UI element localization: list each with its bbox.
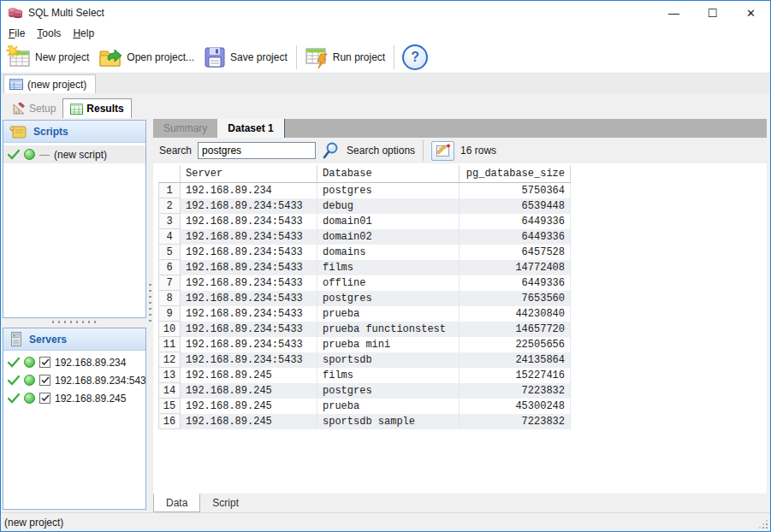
close-icon[interactable]: ✕ — [732, 1, 770, 25]
table-row[interactable]: 13 192.168.89.245 films 15227416 — [158, 368, 571, 383]
search-icon[interactable] — [322, 141, 341, 160]
cell-database: debug — [317, 198, 460, 214]
script-item-dash: — — [39, 149, 50, 161]
column-header-database[interactable]: Database — [317, 165, 460, 182]
scripts-list: — (new script) — [3, 143, 145, 317]
servers-panel-title: Servers — [29, 334, 67, 346]
table-row[interactable]: 1 192.168.89.234 postgres 5750364 — [158, 183, 571, 198]
table-row[interactable]: 15 192.168.89.245 prueba 45300248 — [158, 399, 571, 414]
cell-server: 192.168.89.234:5433 — [181, 322, 317, 337]
run-project-icon — [304, 45, 329, 69]
check-ok-icon — [8, 150, 20, 160]
table-row[interactable]: 16 192.168.89.245 sportsdb sample 722383… — [158, 414, 571, 429]
table-row[interactable]: 12 192.168.89.234:5433 sportsdb 24135864 — [158, 352, 571, 368]
dataset-area: Summary Dataset 1 Search Search options — [153, 119, 767, 512]
table-row[interactable]: 14 192.168.89.245 postgres 7223832 — [158, 383, 571, 399]
menu-bar: File Tools Help — [1, 25, 770, 41]
splitter-dots — [52, 321, 97, 323]
results-table-icon — [70, 103, 83, 115]
cell-server: 192.168.89.245 — [181, 383, 317, 399]
cell-database: prueba mini — [317, 337, 460, 352]
toolbar: New project Open project... — [1, 41, 770, 74]
row-number-cell: 12 — [158, 352, 181, 368]
table-row[interactable]: 8 192.168.89.234:5433 postgres 7653560 — [158, 291, 571, 306]
scripts-panel: Scripts — (new script) — [3, 120, 146, 318]
menu-help[interactable]: Help — [67, 27, 100, 40]
table-row[interactable]: 5 192.168.89.234:5433 domains 6457528 — [158, 245, 571, 260]
server-checkbox[interactable] — [39, 357, 50, 368]
cell-server: 192.168.89.234:5433 — [181, 291, 317, 306]
menu-tools[interactable]: Tools — [31, 27, 67, 40]
new-project-button[interactable]: New project — [3, 43, 94, 72]
cell-size: 22505656 — [460, 337, 571, 352]
cell-database: prueba — [317, 306, 460, 322]
edit-dataset-button[interactable] — [431, 141, 454, 161]
server-item-label: 192.168.89.234:5433 — [55, 375, 145, 387]
setup-results-tabs: Setup Results — [6, 98, 146, 118]
table-row[interactable]: 4 192.168.89.234:5433 domain02 6449336 — [158, 229, 571, 245]
column-header-size[interactable]: pg_database_size — [460, 165, 571, 182]
servers-list: 192.168.89.234 192.168.89.234:5433 — [3, 351, 145, 509]
project-tab[interactable]: (new project) — [3, 74, 96, 93]
run-project-button[interactable]: Run project — [300, 43, 390, 72]
table-row[interactable]: 9 192.168.89.234:5433 prueba 44230840 — [158, 306, 571, 322]
maximize-icon[interactable]: ☐ — [693, 1, 732, 25]
cell-database: sportsdb sample — [317, 414, 460, 429]
status-bar: (new project) — [1, 512, 770, 531]
cell-server: 192.168.89.234:5433 — [181, 306, 317, 322]
cell-server: 192.168.89.234:5433 — [181, 198, 317, 214]
table-row[interactable]: 3 192.168.89.234:5433 domain01 6449336 — [158, 214, 571, 229]
left-column: Setup Results — [1, 93, 146, 512]
search-toolbar: Search Search options — [153, 138, 767, 163]
cell-database: domains — [317, 245, 460, 260]
vertical-splitter[interactable] — [146, 93, 153, 512]
row-number-cell: 13 — [158, 368, 181, 383]
row-number-cell: 11 — [158, 337, 181, 352]
server-checkbox[interactable] — [39, 393, 50, 404]
table-row[interactable]: 11 192.168.89.234:5433 prueba mini 22505… — [158, 337, 571, 352]
tab-summary[interactable]: Summary — [153, 119, 217, 138]
tab-results[interactable]: Results — [62, 98, 131, 118]
tab-dataset1[interactable]: Dataset 1 — [217, 119, 284, 138]
table-row[interactable]: 2 192.168.89.234:5433 debug 6539448 — [158, 198, 571, 214]
script-item-label: (new script) — [54, 149, 107, 161]
check-ok-icon — [8, 375, 20, 386]
cell-server: 192.168.89.234:5433 — [181, 245, 317, 260]
tab-data[interactable]: Data — [153, 494, 200, 512]
table-row[interactable]: 7 192.168.89.234:5433 offline 6449336 — [158, 275, 571, 291]
cell-size: 15227416 — [460, 368, 571, 383]
server-checkbox[interactable] — [39, 375, 50, 386]
server-list-item[interactable]: 192.168.89.234:5433 — [3, 371, 145, 389]
minimize-icon[interactable]: — — [655, 1, 693, 25]
save-project-button[interactable]: Save project — [199, 43, 293, 72]
table-row[interactable]: 6 192.168.89.234:5433 films 14772408 — [158, 260, 571, 275]
server-list-item[interactable]: 192.168.89.245 — [3, 389, 145, 407]
cell-size: 7223832 — [460, 383, 571, 399]
search-input[interactable] — [198, 142, 316, 159]
help-icon[interactable]: ? — [402, 44, 428, 70]
cell-server: 192.168.89.234:5433 — [181, 352, 317, 368]
app-window: SQL Multi Select — ☐ ✕ File Tools Help — [0, 0, 771, 532]
check-ok-icon — [8, 358, 20, 368]
search-options-label[interactable]: Search options — [347, 145, 415, 157]
server-item-label: 192.168.89.245 — [55, 393, 126, 405]
row-number-cell: 10 — [158, 322, 181, 337]
server-list-item[interactable]: 192.168.89.234 — [3, 353, 145, 371]
open-project-button[interactable]: Open project... — [94, 43, 199, 72]
script-list-item[interactable]: — (new script) — [3, 145, 145, 163]
menu-file[interactable]: File — [3, 27, 31, 40]
project-tab-label: (new project) — [27, 79, 86, 91]
table-row[interactable]: 10 192.168.89.234:5433 prueba functionst… — [158, 322, 571, 337]
cell-database: prueba functionstest — [317, 322, 460, 337]
column-header-server[interactable]: Server — [181, 165, 317, 182]
cell-size: 5750364 — [460, 183, 571, 198]
cell-server: 192.168.89.234:5433 — [181, 275, 317, 291]
horizontal-splitter[interactable] — [3, 318, 146, 326]
tab-script[interactable]: Script — [200, 494, 251, 512]
resize-grip[interactable] — [759, 520, 768, 529]
cell-database: domain02 — [317, 229, 460, 245]
tab-setup[interactable]: Setup — [6, 98, 62, 118]
project-tab-strip: (new project) — [1, 74, 770, 93]
cell-size: 7653560 — [460, 291, 571, 306]
save-project-label: Save project — [230, 51, 288, 63]
